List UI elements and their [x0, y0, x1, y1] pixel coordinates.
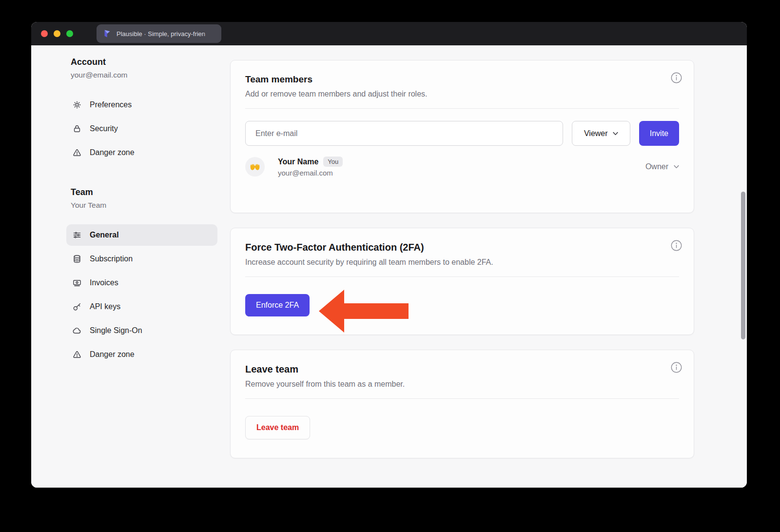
- role-dropdown[interactable]: Viewer: [572, 121, 630, 146]
- sidebar-item-label: General: [90, 231, 119, 239]
- scrollbar-thumb[interactable]: [741, 192, 745, 339]
- invite-row: Viewer Invite: [245, 121, 679, 146]
- card-description: Add or remove team members and adjust th…: [245, 90, 679, 99]
- member-info: Your Name You your@email.com: [278, 157, 343, 177]
- sidebar-item-invoices[interactable]: Invoices: [66, 272, 217, 294]
- zoom-window-button[interactable]: [66, 30, 73, 37]
- invite-button[interactable]: Invite: [639, 121, 679, 146]
- card-description: Increase account security by requiring a…: [245, 258, 679, 267]
- avatar: [245, 157, 265, 177]
- you-badge: You: [323, 157, 343, 167]
- warning-icon: [72, 148, 82, 158]
- warning-icon: [72, 350, 82, 359]
- sidebar-item-subscription[interactable]: Subscription: [66, 248, 217, 270]
- team-member-row: Your Name You your@email.com Owner: [245, 157, 679, 177]
- sidebar-item-preferences[interactable]: Preferences: [66, 94, 217, 116]
- member-role-value: Owner: [645, 162, 668, 171]
- leave-team-card: Leave team Remove yourself from this tea…: [230, 350, 694, 458]
- force-2fa-card: Force Two-Factor Authentication (2FA) In…: [230, 228, 694, 335]
- browser-tab[interactable]: Plausible · Simple, privacy-frien: [97, 24, 221, 43]
- adjustments-icon: [72, 230, 82, 240]
- sidebar-item-label: Danger zone: [90, 350, 135, 359]
- sidebar-item-label: API keys: [90, 302, 120, 311]
- team-section-heading: Team: [71, 187, 217, 197]
- settings-main: Team members Add or remove team members …: [230, 60, 694, 473]
- chevron-down-icon: [674, 165, 679, 169]
- key-icon: [72, 302, 82, 312]
- traffic-lights: [41, 30, 73, 37]
- tab-title-fade: [202, 24, 221, 43]
- card-title: Team members: [245, 74, 679, 85]
- card-title: Force Two-Factor Authentication (2FA): [245, 242, 679, 253]
- browser-window: Plausible · Simple, privacy-frien Accoun…: [31, 22, 747, 488]
- member-role-dropdown[interactable]: Owner: [645, 162, 679, 171]
- card-description: Remove yourself from this team as a memb…: [245, 380, 679, 389]
- sidebar-item-danger-zone-account[interactable]: Danger zone: [66, 142, 217, 163]
- annotation-arrow-icon: [319, 289, 409, 334]
- cloud-icon: [72, 326, 82, 335]
- card-divider: [245, 276, 679, 277]
- sidebar-item-general[interactable]: General: [66, 224, 217, 246]
- account-section-heading: Account: [71, 57, 217, 67]
- open-hands-icon: [249, 160, 261, 173]
- sidebar-item-label: Danger zone: [90, 148, 135, 157]
- lock-icon: [72, 124, 82, 134]
- titlebar: Plausible · Simple, privacy-frien: [31, 22, 747, 45]
- sidebar-item-api-keys[interactable]: API keys: [66, 296, 217, 317]
- sidebar-item-label: Single Sign-On: [90, 326, 142, 335]
- card-divider: [245, 398, 679, 399]
- sidebar-item-single-sign-on[interactable]: Single Sign-On: [66, 320, 217, 341]
- info-icon[interactable]: [671, 362, 682, 373]
- sidebar-item-label: Subscription: [90, 255, 133, 263]
- info-icon[interactable]: [671, 72, 682, 83]
- member-name: Your Name: [278, 158, 318, 166]
- database-icon: [72, 254, 82, 264]
- sidebar-item-security[interactable]: Security: [66, 118, 217, 139]
- card-divider: [245, 108, 679, 109]
- invite-email-input[interactable]: [245, 121, 563, 146]
- chevron-down-icon: [613, 132, 618, 136]
- role-dropdown-value: Viewer: [584, 129, 608, 138]
- card-title: Leave team: [245, 364, 679, 375]
- leave-team-button[interactable]: Leave team: [245, 416, 310, 439]
- banknote-icon: [72, 278, 82, 288]
- sidebar-spacer: [66, 166, 217, 187]
- close-window-button[interactable]: [41, 30, 48, 37]
- member-email: your@email.com: [278, 169, 343, 177]
- account-email-label: your@email.com: [71, 71, 217, 79]
- sidebar-item-danger-zone-team[interactable]: Danger zone: [66, 344, 217, 365]
- enforce-2fa-button[interactable]: Enforce 2FA: [245, 294, 310, 316]
- plausible-logo-icon: [102, 29, 112, 39]
- team-name-label: Your Team: [71, 201, 217, 210]
- settings-sidebar: Account your@email.com Preferences: [66, 57, 217, 368]
- team-members-card: Team members Add or remove team members …: [230, 60, 694, 213]
- gear-icon: [72, 100, 82, 110]
- sidebar-item-label: Security: [90, 124, 118, 133]
- minimize-window-button[interactable]: [54, 30, 60, 37]
- info-icon[interactable]: [671, 240, 682, 251]
- settings-page: Account your@email.com Preferences: [31, 45, 747, 488]
- sidebar-item-label: Invoices: [90, 278, 118, 287]
- sidebar-item-label: Preferences: [90, 100, 132, 109]
- tab-title: Plausible · Simple, privacy-frien: [117, 30, 205, 38]
